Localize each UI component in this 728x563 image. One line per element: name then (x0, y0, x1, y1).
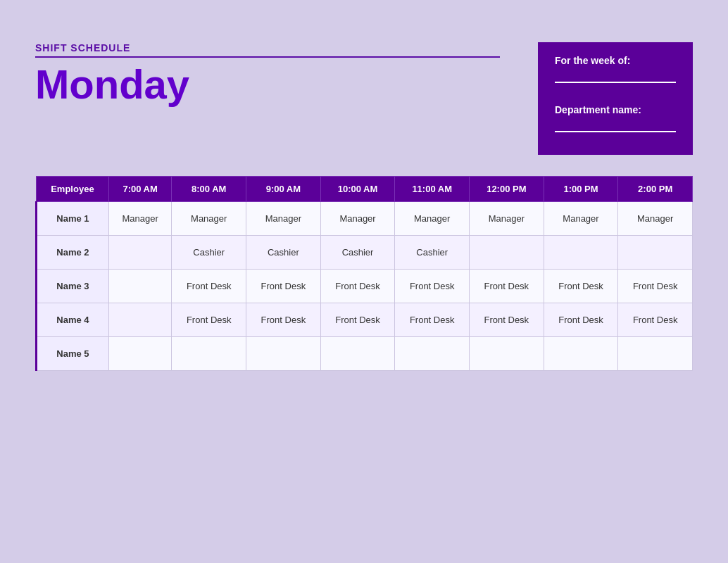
table-row: Name 4Front DeskFront DeskFront DeskFron… (37, 303, 693, 337)
col-time-5: 11:00 AM (395, 177, 470, 202)
cell-r4-c7: Front Desk (544, 303, 618, 337)
cell-r1-c6: Manager (470, 202, 544, 236)
col-employee: Employee (37, 177, 109, 202)
week-info: For the week of: (555, 55, 676, 83)
cell-r3-c1 (108, 270, 172, 303)
cell-r2-c4: Cashier (320, 236, 395, 270)
table-row: Name 3Front DeskFront DeskFront DeskFron… (37, 270, 693, 303)
col-time-8: 2:00 PM (618, 177, 693, 202)
col-time-3: 9:00 AM (246, 177, 321, 202)
cell-r2-c1 (108, 236, 172, 270)
cell-r1-c8: Manager (618, 202, 693, 236)
cell-r4-c8: Front Desk (618, 303, 693, 337)
cell-r5-c8 (618, 337, 693, 371)
cell-r3-c7: Front Desk (544, 270, 618, 303)
cell-r5-c2 (172, 337, 246, 371)
cell-r2-c8 (618, 236, 693, 270)
week-value (555, 69, 676, 83)
col-time-6: 12:00 PM (470, 177, 544, 202)
cell-r2-c7 (544, 236, 618, 270)
title-divider (35, 56, 500, 58)
table-row: Name 1ManagerManagerManagerManagerManage… (37, 202, 693, 236)
table-body: Name 1ManagerManagerManagerManagerManage… (37, 202, 693, 371)
cell-r1-c7: Manager (544, 202, 618, 236)
employee-name-4: Name 4 (37, 303, 109, 337)
schedule-table: Employee7:00 AM8:00 AM9:00 AM10:00 AM11:… (35, 176, 693, 371)
department-value (555, 118, 676, 132)
header-row: Employee7:00 AM8:00 AM9:00 AM10:00 AM11:… (37, 177, 693, 202)
title-block: SHIFT SCHEDULE Monday (35, 42, 538, 107)
cell-r2-c3: Cashier (246, 236, 321, 270)
day-title: Monday (35, 62, 538, 107)
cell-r5-c6 (470, 337, 544, 371)
employee-name-5: Name 5 (37, 337, 109, 371)
cell-r1-c5: Manager (395, 202, 470, 236)
cell-r3-c3: Front Desk (246, 270, 321, 303)
cell-r4-c3: Front Desk (246, 303, 321, 337)
week-label: For the week of: (555, 55, 676, 66)
table-row: Name 2CashierCashierCashierCashier (37, 236, 693, 270)
col-time-1: 7:00 AM (108, 177, 172, 202)
cell-r4-c6: Front Desk (470, 303, 544, 337)
cell-r5-c1 (108, 337, 172, 371)
cell-r4-c4: Front Desk (320, 303, 395, 337)
col-time-4: 10:00 AM (320, 177, 395, 202)
department-label: Department name: (555, 104, 676, 115)
cell-r5-c4 (320, 337, 395, 371)
table-row: Name 5 (37, 337, 693, 371)
col-time-7: 1:00 PM (544, 177, 618, 202)
header-section: SHIFT SCHEDULE Monday For the week of: D… (35, 42, 693, 155)
info-box: For the week of: Department name: (538, 42, 693, 155)
cell-r1-c3: Manager (246, 202, 321, 236)
cell-r5-c3 (246, 337, 321, 371)
cell-r4-c2: Front Desk (172, 303, 246, 337)
cell-r3-c8: Front Desk (618, 270, 693, 303)
department-info: Department name: (555, 104, 676, 132)
cell-r4-c5: Front Desk (395, 303, 470, 337)
page: SHIFT SCHEDULE Monday For the week of: D… (0, 0, 728, 563)
cell-r5-c7 (544, 337, 618, 371)
cell-r5-c5 (395, 337, 470, 371)
cell-r1-c2: Manager (172, 202, 246, 236)
cell-r3-c5: Front Desk (395, 270, 470, 303)
employee-name-1: Name 1 (37, 202, 109, 236)
cell-r2-c6 (470, 236, 544, 270)
shift-schedule-label: SHIFT SCHEDULE (35, 42, 538, 53)
cell-r3-c6: Front Desk (470, 270, 544, 303)
cell-r4-c1 (108, 303, 172, 337)
table-header: Employee7:00 AM8:00 AM9:00 AM10:00 AM11:… (37, 177, 693, 202)
cell-r3-c2: Front Desk (172, 270, 246, 303)
cell-r3-c4: Front Desk (320, 270, 395, 303)
employee-name-3: Name 3 (37, 270, 109, 303)
cell-r1-c4: Manager (320, 202, 395, 236)
col-time-2: 8:00 AM (172, 177, 246, 202)
employee-name-2: Name 2 (37, 236, 109, 270)
cell-r2-c5: Cashier (395, 236, 470, 270)
cell-r1-c1: Manager (108, 202, 172, 236)
cell-r2-c2: Cashier (172, 236, 246, 270)
